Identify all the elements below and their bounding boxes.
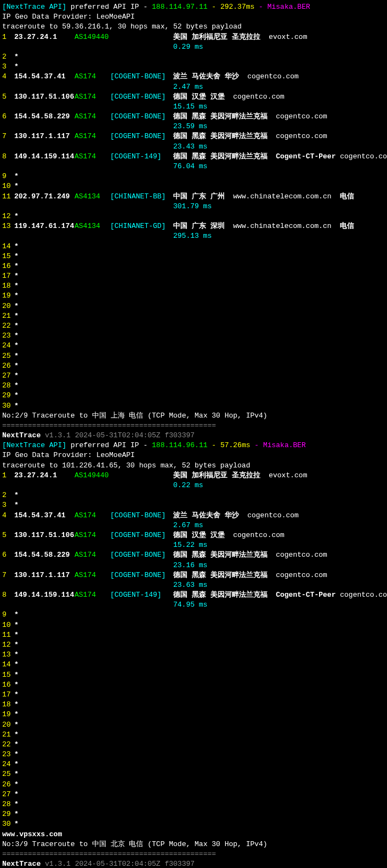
version-line: NextTrace v1.3.1 2024-05-31T02:04:05Z f3… bbox=[2, 859, 385, 868]
hop-latency: 15.22 ms bbox=[2, 540, 385, 550]
hop-row: 17* bbox=[2, 271, 385, 281]
hop-row: 5130.117.51.106AS174[COGENT-BONE]德国 汉堡 汉… bbox=[2, 92, 385, 102]
hop-row: 13119.147.61.174AS4134[CHINANET-GD]中国 广东… bbox=[2, 221, 385, 231]
trace-header: traceroute to 101.226.41.65, 30 hops max… bbox=[2, 461, 385, 471]
hop-row: 17* bbox=[2, 690, 385, 700]
hop-row: 30* bbox=[2, 819, 385, 829]
hop-row: 18* bbox=[2, 700, 385, 710]
section-title: No:3/9 Traceroute to 中国 北京 电信 (TCP Mode,… bbox=[2, 840, 385, 849]
hop-row: 3* bbox=[2, 62, 385, 72]
hop-row: 13* bbox=[2, 650, 385, 660]
hop-row: 7130.117.1.117AS174[COGENT-BONE]德国 黑森 美因… bbox=[2, 570, 385, 580]
watermark-text: www.vpsxxs.com bbox=[2, 830, 385, 840]
hop-row: 20* bbox=[2, 720, 385, 730]
hop-latency: 0.22 ms bbox=[2, 481, 385, 490]
hop-row: 123.27.24.1AS149440美国 加利福尼亚 圣克拉拉 evoxt.c… bbox=[2, 471, 385, 481]
hop-row: 28* bbox=[2, 800, 385, 809]
hop-row: 6154.54.58.229AS174[COGENT-BONE]德国 黑森 美因… bbox=[2, 112, 385, 122]
hop-latency: 0.29 ms bbox=[2, 42, 385, 52]
hop-row: 28* bbox=[2, 381, 385, 391]
hop-row: 11* bbox=[2, 630, 385, 640]
hop-row: 8149.14.159.114AS174[COGENT-149]德国 黑森 美因… bbox=[2, 590, 385, 600]
provider-line: IP Geo Data Provider: LeoMoeAPI bbox=[2, 450, 385, 460]
hop-row: 2* bbox=[2, 490, 385, 500]
hop-row: 21* bbox=[2, 730, 385, 740]
hop-row: 15* bbox=[2, 670, 385, 680]
hop-latency: 23.43 ms bbox=[2, 142, 385, 152]
hop-row: 27* bbox=[2, 790, 385, 800]
hop-row: 3* bbox=[2, 500, 385, 510]
divider-line: ========================================… bbox=[2, 421, 385, 431]
hop-row: 7130.117.1.117AS174[COGENT-BONE]德国 黑森 美因… bbox=[2, 132, 385, 141]
hop-row: 23* bbox=[2, 750, 385, 760]
hop-row: 12* bbox=[2, 212, 385, 221]
hop-row: 27* bbox=[2, 371, 385, 381]
hop-row: 10* bbox=[2, 181, 385, 191]
hop-row: 23* bbox=[2, 331, 385, 341]
trace-header: traceroute to 59.36.216.1, 30 hops max, … bbox=[2, 22, 385, 32]
hop-row: 18* bbox=[2, 281, 385, 291]
hop-latency: 23.63 ms bbox=[2, 580, 385, 590]
hop-row: 5130.117.51.106AS174[COGENT-BONE]德国 汉堡 汉… bbox=[2, 530, 385, 540]
hop-latency: 23.59 ms bbox=[2, 122, 385, 132]
hop-row: 10* bbox=[2, 620, 385, 630]
provider-line: IP Geo Data Provider: LeoMoeAPI bbox=[2, 12, 385, 22]
api-line: [NextTrace API] preferred API IP - 188.1… bbox=[2, 2, 385, 12]
hop-row: 2* bbox=[2, 52, 385, 62]
hop-latency: 295.13 ms bbox=[2, 231, 385, 241]
hop-row: 4154.54.37.41AS174[COGENT-BONE]波兰 马佐夫舍 华… bbox=[2, 72, 385, 82]
hop-row: 4154.54.37.41AS174[COGENT-BONE]波兰 马佐夫舍 华… bbox=[2, 511, 385, 521]
hop-row: 11202.97.71.249AS4134[CHINANET-BB]中国 广东 … bbox=[2, 192, 385, 202]
hop-row: 8149.14.159.114AS174[COGENT-149]德国 黑森 美因… bbox=[2, 152, 385, 162]
hop-row: 26* bbox=[2, 361, 385, 371]
hop-row: 24* bbox=[2, 341, 385, 351]
api-line: [NextTrace API] preferred API IP - 188.1… bbox=[2, 441, 385, 450]
hop-latency: 301.79 ms bbox=[2, 202, 385, 212]
hop-row: 22* bbox=[2, 321, 385, 331]
hop-row: 19* bbox=[2, 291, 385, 301]
hop-row: 16* bbox=[2, 261, 385, 271]
hop-row: 14* bbox=[2, 660, 385, 670]
hop-latency: 76.04 ms bbox=[2, 162, 385, 172]
version-line: NextTrace v1.3.1 2024-05-31T02:04:05Z f3… bbox=[2, 431, 385, 441]
hop-latency: 2.47 ms bbox=[2, 82, 385, 92]
hop-latency: 74.95 ms bbox=[2, 600, 385, 610]
hop-row: 12* bbox=[2, 640, 385, 650]
hop-row: 24* bbox=[2, 760, 385, 769]
hop-row: 20* bbox=[2, 301, 385, 311]
hop-row: 15* bbox=[2, 252, 385, 261]
terminal-output: [NextTrace API] preferred API IP - 188.1… bbox=[2, 2, 385, 868]
hop-latency: 23.16 ms bbox=[2, 561, 385, 570]
divider-line: ========================================… bbox=[2, 849, 385, 859]
section-title: No:2/9 Traceroute to 中国 上海 电信 (TCP Mode,… bbox=[2, 411, 385, 421]
hop-row: 29* bbox=[2, 809, 385, 819]
hop-row: 22* bbox=[2, 740, 385, 750]
hop-latency: 15.15 ms bbox=[2, 102, 385, 112]
hop-row: 29* bbox=[2, 391, 385, 401]
hop-row: 14* bbox=[2, 242, 385, 252]
hop-row: 26* bbox=[2, 780, 385, 790]
hop-row: 9* bbox=[2, 172, 385, 181]
hop-row: 25* bbox=[2, 351, 385, 361]
hop-row: 25* bbox=[2, 769, 385, 779]
hop-row: 30* bbox=[2, 401, 385, 411]
hop-row: 19* bbox=[2, 710, 385, 719]
hop-row: 21* bbox=[2, 311, 385, 321]
hop-row: 123.27.24.1AS149440美国 加利福尼亚 圣克拉拉 evoxt.c… bbox=[2, 32, 385, 42]
hop-row: 9* bbox=[2, 610, 385, 620]
hop-row: 16* bbox=[2, 680, 385, 690]
hop-latency: 2.67 ms bbox=[2, 521, 385, 530]
hop-row: 6154.54.58.229AS174[COGENT-BONE]德国 黑森 美因… bbox=[2, 550, 385, 560]
